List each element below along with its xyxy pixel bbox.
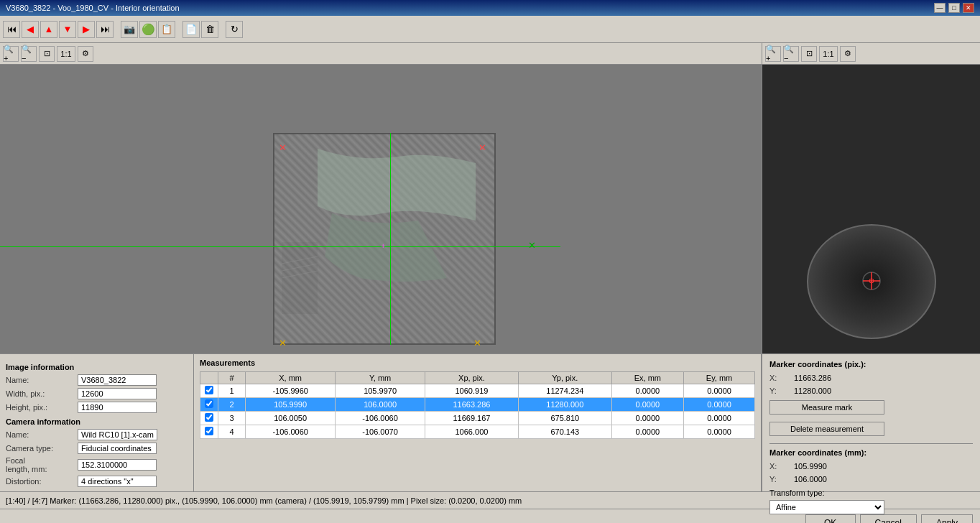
focal-value: 152.3100000 [78, 459, 157, 471]
mm-y-value: 106.0000 [791, 474, 830, 484]
mm-y-label: Y: [769, 475, 791, 483]
camera-type-row: Camera type: Fiducial coordinates [6, 443, 188, 454]
crosshair-svg [861, 270, 882, 292]
title-bar-title: V3680_3822 - Voo_1980_CV - Interior orie… [6, 4, 180, 12]
info-section: Image information Name: V3680_3822 Width… [0, 354, 194, 491]
maximize-button[interactable]: □ [948, 3, 960, 13]
right-zoom-ratio[interactable]: 1:1 [819, 46, 838, 62]
camera-add-button[interactable]: 📷 [121, 21, 138, 38]
table-row[interactable]: 1 -105.9960 105.9970 1060.919 11274.234 … [200, 384, 755, 398]
height-label: Height, pix.: [6, 403, 78, 412]
row-checkbox-1[interactable] [205, 386, 213, 394]
up-button[interactable]: ▲ [40, 21, 57, 38]
toolbar: ⏮ ◀ ▲ ▼ ▶ ⏭ 📷 🟢 📋 📄 🗑 ↻ [0, 16, 980, 43]
camera-type-value: Fiducial coordinates [78, 443, 157, 454]
height-value: 11890 [78, 402, 157, 413]
camera-edit-button[interactable]: 📋 [158, 21, 175, 38]
row-id: 4 [218, 425, 246, 439]
row-id: 2 [218, 398, 246, 412]
image-canvas[interactable]: ✕ ✕ ✕ ✕ ✕ + [0, 65, 762, 353]
minimize-button[interactable]: — [934, 3, 946, 13]
title-bar: V3680_3822 - Voo_1980_CV - Interior orie… [0, 0, 980, 16]
row-xp: 1066.000 [425, 425, 519, 439]
right-zoom-out-button[interactable]: 🔍− [783, 46, 799, 62]
right-view-toolbar: 🔍+ 🔍− ⊡ 1:1 ⚙ [762, 43, 980, 65]
row-checkbox-cell[interactable] [200, 398, 218, 412]
col-ex: Ex, mm [611, 372, 683, 384]
ok-button[interactable]: OK [805, 514, 856, 524]
transform-row: Transform type: [769, 489, 973, 497]
row-x: 106.0050 [246, 412, 336, 425]
pix-y-label: Y: [769, 387, 791, 395]
camera-green-button[interactable]: 🟢 [139, 21, 157, 38]
forward-button[interactable]: ▶ [78, 21, 95, 38]
zoom-out-button[interactable]: 🔍− [21, 46, 37, 62]
width-row: Width, pix.: 12600 [6, 388, 188, 399]
row-checkbox-3[interactable] [205, 413, 213, 422]
pix-coords-title: Marker coordinates (pix.): [769, 360, 973, 369]
back-button[interactable]: ◀ [22, 21, 39, 38]
camera-info-title: Camera information [6, 417, 188, 426]
delete-button[interactable]: 🗑 [201, 21, 218, 38]
right-zoom-in-button[interactable]: 🔍+ [765, 46, 781, 62]
row-checkbox-cell[interactable] [200, 384, 218, 398]
row-checkbox-cell[interactable] [200, 425, 218, 439]
col-xp: Xp, pix. [425, 372, 519, 384]
col-yp: Yp, pix. [518, 372, 611, 384]
distortion-value: 4 directions "x" [78, 476, 157, 487]
photo-overlay [274, 134, 494, 343]
row-id: 1 [218, 384, 246, 398]
camera-name-row: Name: Wild RC10 [1].x-cam [6, 429, 188, 440]
zoom-fit-button[interactable]: ⊡ [39, 46, 55, 62]
pix-x-label: X: [769, 374, 791, 382]
right-image-canvas[interactable] [762, 65, 980, 353]
back-first-button[interactable]: ⏮ [3, 21, 20, 38]
row-checkbox-4[interactable] [205, 427, 213, 435]
view-settings-button[interactable]: ⚙ [78, 46, 93, 62]
table-row[interactable]: 2 105.9990 106.0000 11663.286 11280.000 … [200, 398, 755, 412]
image-info-title: Image information [6, 363, 188, 371]
delete-measurement-button[interactable]: Delete measurement [769, 422, 884, 436]
row-yp: 675.810 [518, 412, 611, 425]
height-row: Height, pix.: 11890 [6, 402, 188, 413]
bottom-panel: Image information Name: V3680_3822 Width… [0, 353, 980, 491]
row-ex: 0.0000 [611, 398, 683, 412]
measurements-title: Measurements [200, 358, 755, 367]
down-button[interactable]: ▼ [59, 21, 76, 38]
row-x: -106.0060 [246, 425, 336, 439]
apply-button[interactable]: Apply [921, 514, 973, 524]
row-checkbox-2[interactable] [205, 399, 213, 408]
title-bar-controls: — □ ✕ [934, 3, 974, 13]
right-settings-button[interactable]: ⚙ [840, 46, 856, 62]
distortion-row: Distortion: 4 directions "x" [6, 476, 188, 487]
mm-coords-title: Marker coordinates (mm): [769, 448, 973, 457]
forward-last-button[interactable]: ⏭ [96, 21, 114, 38]
table-row[interactable]: 3 106.0050 -106.0060 11669.167 675.810 0… [200, 412, 755, 425]
table-row[interactable]: 4 -106.0060 -106.0070 1066.000 670.143 0… [200, 425, 755, 439]
cancel-button[interactable]: Cancel [860, 514, 917, 524]
transform-dropdown[interactable]: Affine Projective Polynomial [769, 500, 884, 514]
right-zoom-fit-button[interactable]: ⊡ [801, 46, 817, 62]
status-text: [1:40] / [4:7] Marker: (11663.286, 11280… [6, 496, 522, 505]
doc-button[interactable]: 📄 [182, 21, 200, 38]
col-y: Y, mm [336, 372, 425, 384]
name-label: Name: [6, 376, 78, 384]
row-xp: 11663.286 [425, 398, 519, 412]
mm-x-row: X: 105.9990 [769, 461, 973, 471]
zoom-circle-view [807, 224, 936, 339]
close-button[interactable]: ✕ [963, 3, 974, 13]
row-x: 105.9990 [246, 398, 336, 412]
measurements-table: # X, mm Y, mm Xp, pix. Yp, pix. Ex, mm E… [200, 371, 755, 439]
width-label: Width, pix.: [6, 389, 78, 398]
row-checkbox-cell[interactable] [200, 412, 218, 425]
measure-mark-button[interactable]: Measure mark [769, 400, 884, 415]
zoom-in-button[interactable]: 🔍+ [3, 46, 19, 62]
measurements-section: Measurements # X, mm Y, mm Xp, pix. Yp, … [194, 354, 762, 491]
focal-row: Focallength, mm: 152.3100000 [6, 456, 188, 473]
row-ey: 0.0000 [684, 398, 755, 412]
focal-label: Focallength, mm: [6, 456, 78, 473]
refresh-button[interactable]: ↻ [226, 21, 243, 38]
row-yp: 11280.000 [518, 398, 611, 412]
camera-name-value: Wild RC10 [1].x-cam [78, 429, 157, 440]
zoom-ratio-button[interactable]: 1:1 [57, 46, 75, 62]
